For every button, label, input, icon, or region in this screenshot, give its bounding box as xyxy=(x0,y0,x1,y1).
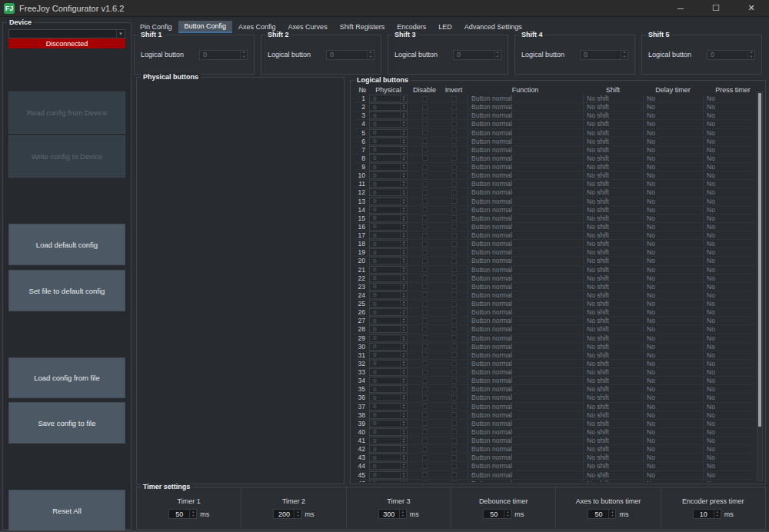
physical-spinner[interactable]: 0▲▼ xyxy=(369,95,408,102)
physical-spinner[interactable]: 0▲▼ xyxy=(369,206,408,214)
spin-down-icon[interactable]: ▼ xyxy=(401,270,407,273)
invert-checkbox[interactable] xyxy=(451,130,457,135)
save-config-to-file-button[interactable]: Save config to file xyxy=(8,402,125,444)
press-timer-select[interactable]: No xyxy=(703,291,754,299)
press-timer-select[interactable]: No xyxy=(703,274,754,282)
shift-select[interactable]: No shift xyxy=(583,308,643,316)
spin-down-icon[interactable]: ▼ xyxy=(401,475,407,478)
shift-select[interactable]: No shift xyxy=(583,103,643,111)
function-select[interactable]: Button normal xyxy=(468,411,583,419)
invert-checkbox[interactable] xyxy=(451,310,457,315)
shift-select[interactable]: No shift xyxy=(583,343,643,351)
press-timer-select[interactable]: No xyxy=(703,411,754,419)
press-timer-select[interactable]: No xyxy=(703,420,754,427)
spin-down-icon[interactable]: ▼ xyxy=(400,514,406,519)
invert-checkbox[interactable] xyxy=(451,173,457,178)
delay-timer-select[interactable]: No xyxy=(643,368,703,376)
spinner-arrows-icon[interactable]: ▲▼ xyxy=(608,510,615,518)
disable-checkbox[interactable] xyxy=(422,165,428,170)
shift-3-logical-button-spinner[interactable]: 0▲▼ xyxy=(453,50,501,60)
physical-spinner[interactable]: 0▲▼ xyxy=(369,471,408,479)
delay-timer-select[interactable]: No xyxy=(643,120,703,128)
function-select[interactable]: Button normal xyxy=(468,248,583,256)
physical-spinner[interactable]: 0▲▼ xyxy=(369,257,408,264)
delay-timer-select[interactable]: No xyxy=(643,146,703,154)
read-config-from-device-button[interactable]: Read config from Device xyxy=(8,91,125,134)
press-timer-select[interactable]: No xyxy=(703,103,754,111)
spin-down-icon[interactable]: ▼ xyxy=(401,227,407,230)
physical-spinner[interactable]: 0▲▼ xyxy=(369,420,408,427)
delay-timer-select[interactable]: No xyxy=(643,420,703,427)
spinner-arrows-icon[interactable]: ▲▼ xyxy=(494,51,501,59)
physical-spinner[interactable]: 0▲▼ xyxy=(369,308,408,316)
shift-select[interactable]: No shift xyxy=(583,368,643,376)
function-select[interactable]: Button normal xyxy=(468,120,583,128)
shift-select[interactable]: No shift xyxy=(583,428,643,436)
spinner-arrows-icon[interactable]: ▲▼ xyxy=(400,361,407,367)
delay-timer-select[interactable]: No xyxy=(643,428,703,436)
spinner-arrows-icon[interactable]: ▲▼ xyxy=(400,301,407,307)
delay-timer-select[interactable]: No xyxy=(643,248,703,256)
spin-down-icon[interactable]: ▼ xyxy=(401,466,407,469)
function-select[interactable]: Button normal xyxy=(468,334,583,342)
spinner-arrows-icon[interactable]: ▲▼ xyxy=(400,198,407,204)
press-timer-select[interactable]: No xyxy=(703,308,754,316)
spin-down-icon[interactable]: ▼ xyxy=(401,424,407,427)
function-select[interactable]: Button normal xyxy=(468,155,583,162)
spinner-arrows-icon[interactable]: ▲▼ xyxy=(400,454,407,461)
table-scrollbar-thumb[interactable] xyxy=(758,93,761,427)
spinner-arrows-icon[interactable]: ▲▼ xyxy=(400,335,407,341)
shift-5-logical-button-spinner[interactable]: 0▲▼ xyxy=(707,50,755,60)
function-select[interactable]: Button normal xyxy=(468,257,583,264)
shift-select[interactable]: No shift xyxy=(583,454,643,461)
disable-checkbox[interactable] xyxy=(422,173,428,178)
press-timer-select[interactable]: No xyxy=(703,445,754,453)
physical-spinner[interactable]: 0▲▼ xyxy=(369,300,408,308)
press-timer-select[interactable]: No xyxy=(703,403,754,411)
shift-select[interactable]: No shift xyxy=(583,120,643,128)
spinner-arrows-icon[interactable]: ▲▼ xyxy=(400,172,407,178)
press-timer-select[interactable]: No xyxy=(703,360,754,367)
spin-down-icon[interactable]: ▼ xyxy=(401,192,407,195)
press-timer-select[interactable]: No xyxy=(703,394,754,401)
shift-select[interactable]: No shift xyxy=(583,223,643,231)
spin-down-icon[interactable]: ▼ xyxy=(241,55,247,59)
function-select[interactable]: Button normal xyxy=(468,385,583,393)
press-timer-select[interactable]: No xyxy=(703,385,754,393)
delay-timer-select[interactable]: No xyxy=(643,103,703,111)
shift-select[interactable]: No shift xyxy=(583,385,643,393)
spin-down-icon[interactable]: ▼ xyxy=(190,514,196,519)
physical-spinner[interactable]: 0▲▼ xyxy=(369,171,408,179)
spin-down-icon[interactable]: ▼ xyxy=(401,457,407,461)
function-select[interactable]: Button normal xyxy=(468,138,583,145)
reset-all-button[interactable]: Reset All xyxy=(8,490,125,531)
spinner-arrows-icon[interactable]: ▲▼ xyxy=(400,344,407,350)
physical-spinner[interactable]: 0▲▼ xyxy=(369,274,408,282)
invert-checkbox[interactable] xyxy=(451,404,457,409)
delay-timer-select[interactable]: No xyxy=(643,180,703,188)
shift-select[interactable]: No shift xyxy=(583,360,643,367)
disable-checkbox[interactable] xyxy=(422,361,428,366)
disable-checkbox[interactable] xyxy=(422,258,428,264)
press-timer-select[interactable]: No xyxy=(703,266,754,274)
physical-spinner[interactable]: 0▲▼ xyxy=(369,146,408,154)
spinner-arrows-icon[interactable]: ▲▼ xyxy=(400,112,407,118)
function-select[interactable]: Button normal xyxy=(468,103,583,111)
spinner-arrows-icon[interactable]: ▲▼ xyxy=(400,215,407,221)
delay-timer-select[interactable]: No xyxy=(643,163,703,171)
delay-timer-select[interactable]: No xyxy=(643,274,703,282)
write-config-to-device-button[interactable]: Write config to Device xyxy=(8,135,125,178)
press-timer-select[interactable]: No xyxy=(703,351,754,359)
invert-checkbox[interactable] xyxy=(451,480,457,482)
delay-timer-select[interactable]: No xyxy=(643,445,703,453)
function-select[interactable]: Button normal xyxy=(468,214,583,222)
physical-spinner[interactable]: 0▲▼ xyxy=(369,103,408,111)
physical-spinner[interactable]: 0▲▼ xyxy=(369,111,408,119)
set-file-to-default-config-button[interactable]: Set file to default config xyxy=(8,270,125,311)
invert-checkbox[interactable] xyxy=(451,258,457,264)
disable-checkbox[interactable] xyxy=(422,147,428,152)
delay-timer-select[interactable]: No xyxy=(643,317,703,324)
delay-timer-select[interactable]: No xyxy=(643,300,703,308)
physical-spinner[interactable]: 0▲▼ xyxy=(369,188,408,196)
press-timer-select[interactable]: No xyxy=(703,146,754,154)
